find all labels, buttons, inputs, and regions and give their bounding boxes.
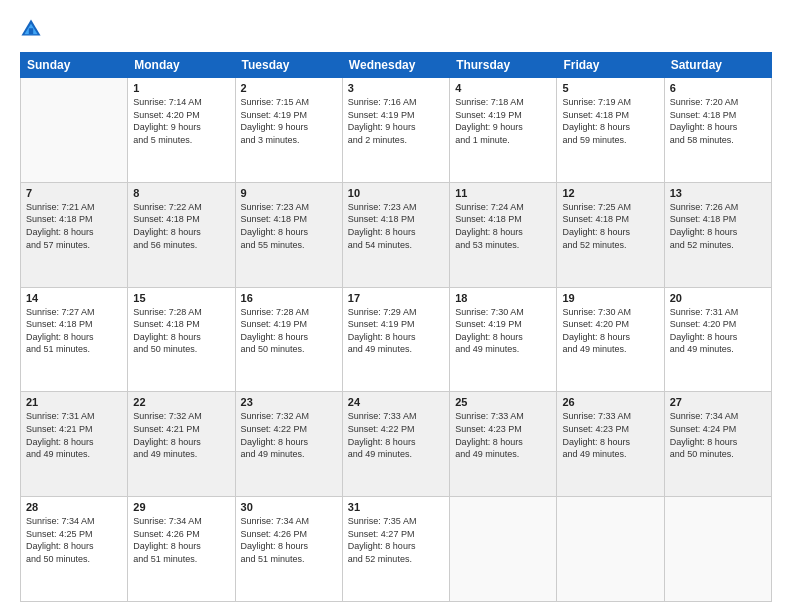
header — [20, 18, 772, 40]
day-number: 22 — [133, 396, 229, 408]
calendar-cell: 6Sunrise: 7:20 AMSunset: 4:18 PMDaylight… — [664, 78, 771, 183]
day-number: 20 — [670, 292, 766, 304]
logo-icon — [20, 18, 42, 40]
weekday-header-wednesday: Wednesday — [342, 53, 449, 78]
week-row-2: 7Sunrise: 7:21 AMSunset: 4:18 PMDaylight… — [21, 182, 772, 287]
day-number: 12 — [562, 187, 658, 199]
day-number: 9 — [241, 187, 337, 199]
weekday-header-thursday: Thursday — [450, 53, 557, 78]
week-row-5: 28Sunrise: 7:34 AMSunset: 4:25 PMDayligh… — [21, 497, 772, 602]
day-info: Sunrise: 7:28 AMSunset: 4:19 PMDaylight:… — [241, 306, 337, 356]
day-number: 18 — [455, 292, 551, 304]
calendar-cell — [664, 497, 771, 602]
calendar-cell — [450, 497, 557, 602]
day-info: Sunrise: 7:19 AMSunset: 4:18 PMDaylight:… — [562, 96, 658, 146]
day-info: Sunrise: 7:22 AMSunset: 4:18 PMDaylight:… — [133, 201, 229, 251]
day-info: Sunrise: 7:18 AMSunset: 4:19 PMDaylight:… — [455, 96, 551, 146]
day-info: Sunrise: 7:16 AMSunset: 4:19 PMDaylight:… — [348, 96, 444, 146]
calendar-cell: 4Sunrise: 7:18 AMSunset: 4:19 PMDaylight… — [450, 78, 557, 183]
day-info: Sunrise: 7:32 AMSunset: 4:21 PMDaylight:… — [133, 410, 229, 460]
calendar-cell: 30Sunrise: 7:34 AMSunset: 4:26 PMDayligh… — [235, 497, 342, 602]
calendar-cell: 13Sunrise: 7:26 AMSunset: 4:18 PMDayligh… — [664, 182, 771, 287]
day-info: Sunrise: 7:20 AMSunset: 4:18 PMDaylight:… — [670, 96, 766, 146]
calendar-cell: 2Sunrise: 7:15 AMSunset: 4:19 PMDaylight… — [235, 78, 342, 183]
week-row-4: 21Sunrise: 7:31 AMSunset: 4:21 PMDayligh… — [21, 392, 772, 497]
calendar-cell: 7Sunrise: 7:21 AMSunset: 4:18 PMDaylight… — [21, 182, 128, 287]
week-row-3: 14Sunrise: 7:27 AMSunset: 4:18 PMDayligh… — [21, 287, 772, 392]
day-number: 28 — [26, 501, 122, 513]
day-number: 10 — [348, 187, 444, 199]
day-number: 24 — [348, 396, 444, 408]
day-number: 4 — [455, 82, 551, 94]
day-info: Sunrise: 7:35 AMSunset: 4:27 PMDaylight:… — [348, 515, 444, 565]
calendar-cell: 18Sunrise: 7:30 AMSunset: 4:19 PMDayligh… — [450, 287, 557, 392]
day-info: Sunrise: 7:33 AMSunset: 4:23 PMDaylight:… — [455, 410, 551, 460]
day-number: 3 — [348, 82, 444, 94]
day-number: 21 — [26, 396, 122, 408]
weekday-header-tuesday: Tuesday — [235, 53, 342, 78]
day-info: Sunrise: 7:23 AMSunset: 4:18 PMDaylight:… — [348, 201, 444, 251]
day-info: Sunrise: 7:33 AMSunset: 4:23 PMDaylight:… — [562, 410, 658, 460]
day-info: Sunrise: 7:21 AMSunset: 4:18 PMDaylight:… — [26, 201, 122, 251]
calendar-cell: 3Sunrise: 7:16 AMSunset: 4:19 PMDaylight… — [342, 78, 449, 183]
calendar-cell: 27Sunrise: 7:34 AMSunset: 4:24 PMDayligh… — [664, 392, 771, 497]
day-info: Sunrise: 7:33 AMSunset: 4:22 PMDaylight:… — [348, 410, 444, 460]
calendar-cell: 24Sunrise: 7:33 AMSunset: 4:22 PMDayligh… — [342, 392, 449, 497]
calendar-cell: 5Sunrise: 7:19 AMSunset: 4:18 PMDaylight… — [557, 78, 664, 183]
calendar-cell: 10Sunrise: 7:23 AMSunset: 4:18 PMDayligh… — [342, 182, 449, 287]
calendar-cell: 23Sunrise: 7:32 AMSunset: 4:22 PMDayligh… — [235, 392, 342, 497]
svg-rect-2 — [29, 28, 33, 34]
calendar-cell: 20Sunrise: 7:31 AMSunset: 4:20 PMDayligh… — [664, 287, 771, 392]
calendar-cell: 26Sunrise: 7:33 AMSunset: 4:23 PMDayligh… — [557, 392, 664, 497]
day-info: Sunrise: 7:32 AMSunset: 4:22 PMDaylight:… — [241, 410, 337, 460]
calendar-cell: 31Sunrise: 7:35 AMSunset: 4:27 PMDayligh… — [342, 497, 449, 602]
day-number: 8 — [133, 187, 229, 199]
day-info: Sunrise: 7:27 AMSunset: 4:18 PMDaylight:… — [26, 306, 122, 356]
day-info: Sunrise: 7:23 AMSunset: 4:18 PMDaylight:… — [241, 201, 337, 251]
calendar-cell: 19Sunrise: 7:30 AMSunset: 4:20 PMDayligh… — [557, 287, 664, 392]
page: SundayMondayTuesdayWednesdayThursdayFrid… — [0, 0, 792, 612]
day-number: 25 — [455, 396, 551, 408]
calendar-cell — [21, 78, 128, 183]
weekday-header-monday: Monday — [128, 53, 235, 78]
day-number: 19 — [562, 292, 658, 304]
day-number: 27 — [670, 396, 766, 408]
calendar-cell: 14Sunrise: 7:27 AMSunset: 4:18 PMDayligh… — [21, 287, 128, 392]
day-number: 15 — [133, 292, 229, 304]
calendar-cell: 29Sunrise: 7:34 AMSunset: 4:26 PMDayligh… — [128, 497, 235, 602]
logo — [20, 18, 46, 40]
calendar-cell: 15Sunrise: 7:28 AMSunset: 4:18 PMDayligh… — [128, 287, 235, 392]
weekday-header-friday: Friday — [557, 53, 664, 78]
day-info: Sunrise: 7:28 AMSunset: 4:18 PMDaylight:… — [133, 306, 229, 356]
day-info: Sunrise: 7:30 AMSunset: 4:19 PMDaylight:… — [455, 306, 551, 356]
day-info: Sunrise: 7:24 AMSunset: 4:18 PMDaylight:… — [455, 201, 551, 251]
day-info: Sunrise: 7:34 AMSunset: 4:26 PMDaylight:… — [241, 515, 337, 565]
calendar-cell: 21Sunrise: 7:31 AMSunset: 4:21 PMDayligh… — [21, 392, 128, 497]
day-number: 7 — [26, 187, 122, 199]
calendar-cell: 8Sunrise: 7:22 AMSunset: 4:18 PMDaylight… — [128, 182, 235, 287]
week-row-1: 1Sunrise: 7:14 AMSunset: 4:20 PMDaylight… — [21, 78, 772, 183]
calendar-table: SundayMondayTuesdayWednesdayThursdayFrid… — [20, 52, 772, 602]
day-number: 30 — [241, 501, 337, 513]
day-number: 2 — [241, 82, 337, 94]
day-info: Sunrise: 7:29 AMSunset: 4:19 PMDaylight:… — [348, 306, 444, 356]
calendar-cell: 22Sunrise: 7:32 AMSunset: 4:21 PMDayligh… — [128, 392, 235, 497]
day-number: 1 — [133, 82, 229, 94]
weekday-header-saturday: Saturday — [664, 53, 771, 78]
day-number: 29 — [133, 501, 229, 513]
day-number: 26 — [562, 396, 658, 408]
day-number: 23 — [241, 396, 337, 408]
calendar-cell — [557, 497, 664, 602]
day-info: Sunrise: 7:31 AMSunset: 4:21 PMDaylight:… — [26, 410, 122, 460]
day-info: Sunrise: 7:15 AMSunset: 4:19 PMDaylight:… — [241, 96, 337, 146]
day-number: 6 — [670, 82, 766, 94]
calendar-cell: 12Sunrise: 7:25 AMSunset: 4:18 PMDayligh… — [557, 182, 664, 287]
day-info: Sunrise: 7:34 AMSunset: 4:26 PMDaylight:… — [133, 515, 229, 565]
day-info: Sunrise: 7:34 AMSunset: 4:24 PMDaylight:… — [670, 410, 766, 460]
day-number: 11 — [455, 187, 551, 199]
day-number: 17 — [348, 292, 444, 304]
calendar-cell: 25Sunrise: 7:33 AMSunset: 4:23 PMDayligh… — [450, 392, 557, 497]
calendar-cell: 16Sunrise: 7:28 AMSunset: 4:19 PMDayligh… — [235, 287, 342, 392]
day-number: 14 — [26, 292, 122, 304]
day-info: Sunrise: 7:34 AMSunset: 4:25 PMDaylight:… — [26, 515, 122, 565]
